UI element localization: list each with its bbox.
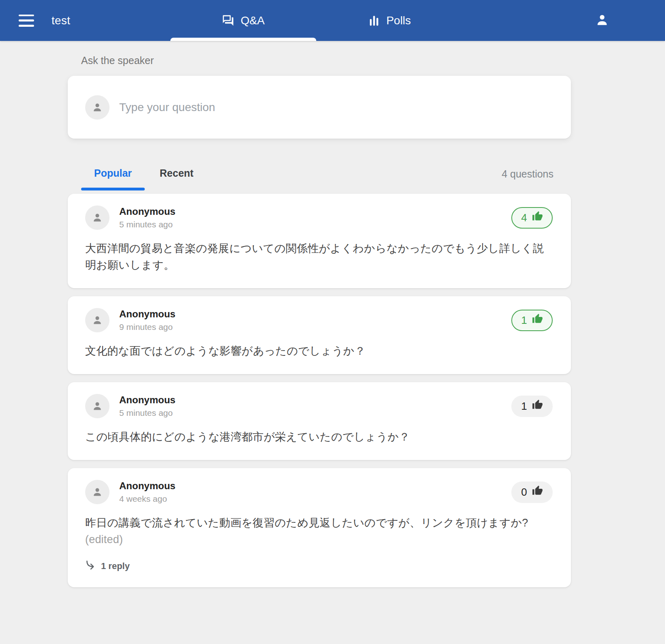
thumbs-up-icon [532,399,543,413]
navbar-tabs: Q&A Polls [170,0,462,41]
upvote-button[interactable]: 0 [511,481,553,503]
question-card: Anonymous 4 weeks ago 0 昨日の講義で流されていた動画を復… [68,468,571,587]
question-text: 大西洋間の貿易と音楽の発展についての関係性がよくわからなかったのでもう少し詳しく… [85,240,553,274]
tab-qa-label: Q&A [240,14,264,27]
person-icon [595,13,609,28]
upvote-count: 1 [521,400,527,413]
thumbs-up-icon [532,211,543,225]
question-timestamp: 9 minutes ago [119,322,176,332]
replies-toggle[interactable]: 1 reply [85,559,130,573]
question-author: Anonymous [119,480,176,492]
active-tab-indicator [170,38,316,41]
tab-polls[interactable]: Polls [316,0,462,41]
question-card: Anonymous 9 minutes ago 1 文化的な面ではどのような影響… [68,296,571,374]
event-title: test [51,14,70,27]
top-navbar: test Q&A Polls [0,0,665,41]
filter-row: Popular Recent 4 questions [68,159,571,187]
question-author: Anonymous [119,308,176,320]
question-list: Anonymous 5 minutes ago 4 大西洋間の貿易と音楽の発展に… [68,194,571,587]
question-card: Anonymous 5 minutes ago 4 大西洋間の貿易と音楽の発展に… [68,194,571,288]
question-timestamp: 5 minutes ago [119,220,176,229]
question-author: Anonymous [119,394,176,406]
upvote-count: 0 [521,486,527,499]
question-timestamp: 4 weeks ago [119,494,176,504]
popular-tab-underline [81,188,145,190]
reply-arrow-icon [85,559,96,573]
tab-polls-label: Polls [386,14,411,27]
avatar [85,205,109,230]
question-author: Anonymous [119,206,176,217]
avatar [85,480,109,504]
avatar [85,95,109,120]
question-timestamp: 5 minutes ago [119,408,176,418]
questions-count: 4 questions [502,168,553,187]
question-card: Anonymous 5 minutes ago 1 この頃具体的にどのような港湾… [68,382,571,460]
qa-page: Ask the speaker Popular Recent 4 questio… [68,55,571,587]
upvote-button[interactable]: 4 [511,207,553,229]
question-text: この頃具体的にどのような港湾都市が栄えていたのでしょうか？ [85,429,553,445]
polls-bars-icon [368,14,380,27]
thumbs-up-icon [532,313,543,327]
tab-recent[interactable]: Recent [145,159,208,187]
avatar [85,394,109,418]
question-input-card [68,76,571,139]
question-text: 文化的な面ではどのような影響があったのでしょうか？ [85,343,553,359]
upvote-button[interactable]: 1 [511,396,553,417]
hamburger-menu-button[interactable] [19,15,34,27]
question-text: 昨日の講義で流されていた動画を復習のため見返したいのですが、リンクを頂けますか?… [85,515,553,548]
thumbs-up-icon [532,485,543,499]
edited-label: (edited) [85,531,123,548]
upvote-button[interactable]: 1 [511,310,553,331]
upvote-count: 4 [521,212,527,224]
upvote-count: 1 [521,314,527,327]
ask-the-speaker-label: Ask the speaker [81,55,571,66]
qa-bubbles-icon [222,14,234,27]
reply-count-label: 1 reply [101,561,130,571]
profile-button[interactable] [593,12,611,30]
tab-popular[interactable]: Popular [81,159,145,187]
avatar [85,308,109,332]
tab-qa[interactable]: Q&A [170,0,316,41]
question-input[interactable] [119,101,553,114]
hamburger-icon [19,15,34,17]
